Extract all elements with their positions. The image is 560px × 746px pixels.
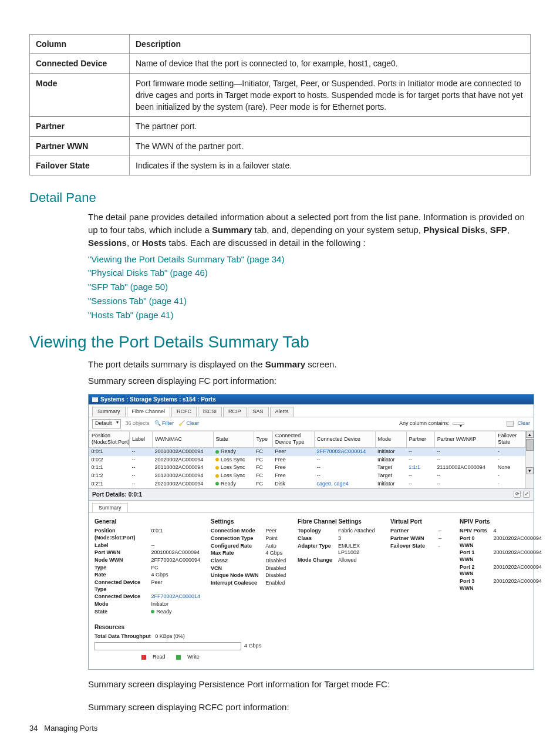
link-physical-disks-tab[interactable]: "Physical Disks Tab" (page 46)	[88, 268, 208, 278]
list-column-header[interactable]: Label	[130, 431, 153, 447]
list-cell: --	[434, 456, 495, 464]
kv-key: Class2	[211, 558, 259, 565]
fcs-title: Fibre Channel Settings	[298, 518, 380, 525]
list-column-header[interactable]: Connected Device Type	[272, 431, 314, 447]
link-sessions-tab[interactable]: "Sessions Tab" (page 41)	[88, 296, 187, 306]
list-column-header[interactable]: Mode	[375, 431, 406, 447]
list-cell: --	[406, 472, 434, 480]
kv-key: Connection Type	[211, 535, 259, 542]
list-column-header[interactable]: Failover State	[495, 431, 525, 447]
link-summary-tab[interactable]: "Viewing the Port Details Summary Tab" (…	[88, 254, 284, 264]
kv-key: Port 0 WWN	[460, 535, 487, 549]
table-row: Failover StateIndicates if the system is…	[30, 156, 531, 175]
kv-key: Interrupt Coalesce	[211, 580, 259, 587]
list-cell: Free	[272, 472, 314, 480]
scroll-thumb[interactable]	[526, 439, 534, 451]
window-icon	[92, 397, 98, 402]
list-row[interactable]: 0:2:1--20210002AC000094ReadyFCDiskcage0,…	[89, 480, 525, 488]
list-column-header[interactable]: Partner WWN/IP	[434, 431, 495, 447]
kv-key: Mode Change	[298, 557, 332, 564]
link-sfp-tab[interactable]: "SFP Tab" (page 50)	[88, 282, 168, 292]
list-cell: 2FF70002AC000014	[315, 448, 376, 456]
scroll-down-icon[interactable]: ▾	[526, 467, 534, 474]
top-tab[interactable]: SAS	[248, 407, 269, 417]
list-row[interactable]: 0:0:1--20010002AC000094ReadyFCPeer2FF700…	[89, 448, 525, 456]
clear-right-link[interactable]: Clear	[517, 420, 530, 427]
kv-value: FC	[151, 565, 200, 572]
kv-value: 4 Gbps	[151, 572, 200, 579]
settings-block: Settings Connection ModePeerConnection T…	[211, 518, 287, 615]
kv-key: Node WWN	[95, 557, 145, 564]
detail-pane-paragraph: The detail pane provides detailed inform…	[88, 211, 531, 249]
link-hosts-tab[interactable]: "Hosts Tab" (page 41)	[88, 310, 173, 320]
throughput-legend: Read Write	[141, 654, 528, 662]
list-column-header[interactable]: Type	[254, 431, 272, 447]
filter-link[interactable]: 🔍 Filter	[154, 420, 174, 427]
kv-value: Disabled	[265, 565, 287, 572]
fcs-block: Fibre Channel Settings TopologyFabric At…	[298, 518, 380, 615]
kv-value: -	[438, 543, 449, 550]
kv-value: 0:0:1	[151, 528, 200, 541]
kv-value: Fabric Attached	[338, 528, 380, 535]
legend-read: Read	[153, 654, 166, 661]
th-column: Column	[30, 35, 130, 54]
text-bold: SFP	[490, 225, 507, 235]
list-column-header[interactable]: Position (Node:Slot:Port)	[89, 431, 130, 447]
scroll-up-icon[interactable]: ▴	[526, 431, 534, 438]
kv-key: Port WWN	[95, 549, 145, 556]
list-cell: 0:0:1	[89, 448, 130, 456]
list-cell: 1:1:1	[406, 464, 434, 472]
list-row[interactable]: 0:1:2--20120002AC000094Loss SyncFCFree--…	[89, 472, 525, 480]
column-desc: Name of device that the port is connecte…	[130, 54, 531, 73]
top-tab[interactable]: RCIP	[223, 407, 247, 417]
top-tab[interactable]: Alerts	[270, 407, 294, 417]
text: tabs. Each are discussed in detail in th…	[166, 238, 365, 248]
column-name: Connected Device	[30, 54, 130, 73]
top-tab[interactable]: iSCSI	[198, 407, 222, 417]
list-cell: --	[434, 480, 495, 488]
list-column-header[interactable]: Connected Device	[315, 431, 376, 447]
list-cell: FC	[254, 448, 272, 456]
template-select[interactable]: Default	[92, 419, 121, 428]
kv-key: Position (Node:Slot:Port)	[95, 528, 145, 541]
column-name: Failover State	[30, 156, 130, 175]
top-tab[interactable]: RCFC	[171, 407, 197, 417]
anycol-select[interactable]	[453, 423, 464, 425]
tab-summary-detail[interactable]: Summary	[92, 503, 128, 513]
kv-key: Port 1 WWN	[460, 549, 487, 563]
list-cell: FC	[254, 456, 272, 464]
top-tab[interactable]: Fibre Channel	[127, 407, 171, 417]
list-column-header[interactable]: WWN/MAC	[153, 431, 214, 447]
list-cell: FC	[254, 480, 272, 488]
list-cell: 20110002AC000094	[153, 464, 214, 472]
th-description: Description	[130, 35, 531, 54]
clear-link[interactable]: 🧹 Clear	[178, 420, 199, 427]
kv-value: Auto	[265, 543, 287, 550]
list-column-header[interactable]: State	[213, 431, 254, 447]
settings-title: Settings	[211, 518, 287, 525]
list-row[interactable]: 0:1:1--20110002AC000094Loss SyncFCFree--…	[89, 464, 525, 472]
text: The port details summary is displayed on…	[88, 359, 265, 369]
filter-label: Filter	[162, 420, 174, 426]
column-name: Partner	[30, 117, 130, 136]
list-column-header[interactable]: Partner	[406, 431, 434, 447]
list-cell: -	[495, 456, 525, 464]
kv-key: Port 3 WWN	[460, 578, 487, 592]
list-cell: cage0, cage4	[315, 480, 376, 488]
list-scrollbar[interactable]: ▴ ▾	[525, 431, 534, 488]
refresh-icon[interactable]: ⟳	[514, 491, 521, 498]
kv-value: 20010202AC000094	[493, 535, 542, 549]
list-cell: --	[406, 456, 434, 464]
expand-icon[interactable]: ⤢	[523, 491, 530, 498]
window-titlebar: Systems : Storage Systems : s154 : Ports	[89, 394, 534, 404]
page-footer: 34 Managing Ports	[29, 723, 97, 734]
write-swatch-icon	[176, 655, 181, 660]
kv-value: --	[438, 528, 449, 535]
list-cell: --	[130, 480, 153, 488]
list-cell: Ready	[213, 448, 254, 456]
list-row[interactable]: 0:0:2--20020002AC000094Loss SyncFCFree--…	[89, 456, 525, 464]
text-bold: Hosts	[142, 238, 167, 248]
kv-value: Enabled	[265, 580, 287, 587]
export-icon[interactable]	[507, 421, 514, 427]
top-tab[interactable]: Summary	[92, 407, 126, 417]
